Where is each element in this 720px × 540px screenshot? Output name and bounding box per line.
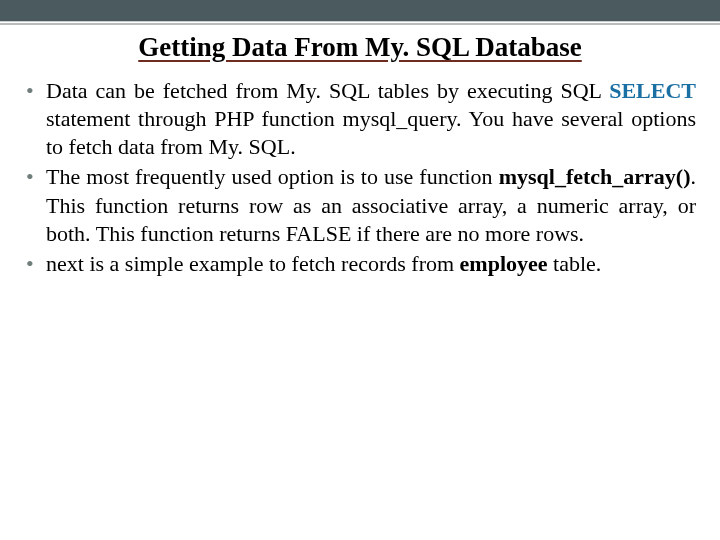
keyword-employee: employee xyxy=(460,251,548,276)
list-item: Data can be fetched from My. SQL tables … xyxy=(24,77,696,161)
list-item: The most frequently used option is to us… xyxy=(24,163,696,247)
bullet-text-post: statement through PHP function mysql_que… xyxy=(46,106,696,159)
list-item: next is a simple example to fetch record… xyxy=(24,250,696,278)
keyword-select: SELECT xyxy=(609,78,696,103)
bullet-text-pre: Data can be fetched from My. SQL tables … xyxy=(46,78,609,103)
bullet-text-pre: next is a simple example to fetch record… xyxy=(46,251,460,276)
header-band xyxy=(0,0,720,22)
page-title: Getting Data From My. SQL Database xyxy=(0,22,720,77)
bullet-list: Data can be fetched from My. SQL tables … xyxy=(24,77,696,278)
bullet-text-pre: The most frequently used option is to us… xyxy=(46,164,499,189)
bullet-text-post: table. xyxy=(548,251,602,276)
content-area: Data can be fetched from My. SQL tables … xyxy=(0,77,720,278)
keyword-fetch-array: mysql_fetch_array() xyxy=(499,164,691,189)
